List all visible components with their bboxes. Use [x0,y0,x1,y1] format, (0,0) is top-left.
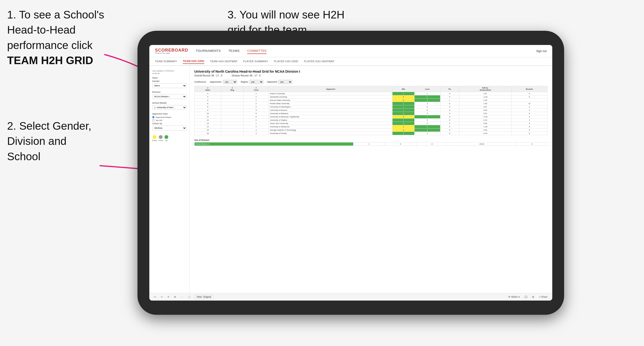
filter-group-conf: Conference [194,81,206,83]
ood-loss: 0 [385,143,416,146]
annotation-step1-text: 1. To see a School's Head-to-Head perfor… [7,8,104,66]
cell-diff: 1.83 [459,102,511,105]
nav-teams[interactable]: TEAMS [228,48,240,54]
data-area: University of North Carolina Head-to-Hea… [190,66,552,293]
school-select[interactable]: 1. University of Nort... [152,105,186,110]
sign-out-button[interactable]: Sign out [536,49,546,53]
cell-opponent: Vanderbilt University [269,95,392,99]
col-diff: Diff AvStrokes/Rnd [459,86,511,92]
table-row: 10 5 University of Alabama 3 0 0 2.61 8 [194,112,548,115]
opponents-filter-select[interactable]: (All) [223,80,237,84]
zoom-button[interactable]: ⊕ [173,295,177,299]
watch-button[interactable]: 👁 Watch ▾ [507,295,521,299]
cell-conf: 1 [244,92,269,95]
cell-rounds: 9 [511,129,547,132]
team-label: Team [152,77,186,79]
colour-by-select[interactable]: Win/loss [152,126,186,130]
cell-rank: 8 [194,105,221,109]
cell-win: 0 [392,115,414,119]
out-of-division-table: NCAA Division II 1 0 0 26.00 3 [194,142,548,146]
cell-opponent: Georgia Institute of Technology [269,129,392,132]
cell-diff: 5.56 [459,122,511,125]
cell-rounds: 3 [511,119,547,122]
cell-rank: 4 [194,99,221,102]
cell-rank: 15 [194,129,221,132]
cell-win: 1 [392,119,414,122]
app-logo: SCOREBOARD Powered by clippi [155,48,188,54]
cell-diff: 4.50 [459,129,511,132]
cell-rounds: 3 [511,115,547,119]
colour-legend: Down Level Up [152,135,186,142]
cell-rank: 13 [194,122,221,125]
opponent-filter-select[interactable]: (All) [278,80,292,84]
h2h-table: #Rank #Reg #Conf Opponent Win Loss Tie D… [194,86,548,135]
cell-conf: 1 [244,122,269,125]
filter-row: Conference Opponents: (All) Region (All) [194,80,548,84]
cell-reg [221,99,244,102]
sub-nav-team-h2h-grid[interactable]: TEAM H2H GRID [183,59,204,64]
cell-reg [221,112,244,115]
cell-reg [221,115,244,119]
cell-opponent: University of Arkansas, Fayetteville [269,115,392,119]
cell-opponent: University of Alabama [269,112,392,115]
radio-opponents-played[interactable]: Opponents Played [152,116,186,118]
cell-rounds: 8 [511,95,547,99]
tablet-frame: SCOREBOARD Powered by clippi TOURNAMENTS… [138,31,564,315]
gender-select[interactable]: Men's [152,83,186,88]
redo-button[interactable]: ↪ [160,295,164,299]
annotation-step1: 1. To see a School's Head-to-Head perfor… [7,7,112,68]
share-button[interactable]: ↗ Share [538,295,548,299]
division-select[interactable]: NCAA Division I [152,94,186,99]
cell-rank: 16 [194,132,221,135]
cell-reg [221,92,244,95]
cell-conf: 6 [244,115,269,119]
sub-nav-team-summary[interactable]: TEAM SUMMARY [155,59,177,64]
cell-conf: 1 [244,99,269,102]
cell-diff: -2.29 [459,95,511,99]
sub-nav-player-summary[interactable]: PLAYER SUMMARY [243,59,268,64]
sub-nav-player-h2h-heatmap[interactable]: PLAYER H2H HEATMAP [304,59,334,64]
cell-tie: 0 [440,132,459,135]
col-opponent: Opponent [269,86,392,92]
cell-loss: 0 [414,119,440,122]
region-filter-label: Region [241,81,248,83]
cell-conf: 3 [244,132,269,135]
nav-items: TOURNAMENTS TEAMS COMMITTEE [196,48,536,54]
tablet-screen: SCOREBOARD Powered by clippi TOURNAMENTS… [149,45,552,301]
sub-nav-player-h2h-grid[interactable]: PLAYER H2H GRID [274,59,298,64]
cell-conf: 2 [244,102,269,105]
cell-rounds: 9 [511,125,547,129]
sub-nav-team-h2h-heatmap[interactable]: TEAM H2H HEATMAP [210,59,238,64]
cell-loss: 1 [414,132,440,135]
cell-rank: 6 [194,102,221,105]
comment-button[interactable]: 💬 [524,295,528,299]
cell-win: 1 [392,105,414,109]
cell-tie: 0 [440,102,459,105]
cell-loss: 1 [414,92,440,95]
layout-button[interactable]: ⊞ [531,295,535,299]
cell-tie: 0 [440,129,459,132]
sub-navbar: TEAM SUMMARY TEAM H2H GRID TEAM H2H HEAT… [149,57,552,66]
more-button[interactable]: ⋯ [180,295,184,299]
col-reg: #Reg [221,86,244,92]
app-navbar: SCOREBOARD Powered by clippi TOURNAMENTS… [149,45,552,57]
nav-tournaments[interactable]: TOURNAMENTS [196,48,221,54]
region-filter-select[interactable]: (All) [249,80,263,84]
undo-button[interactable]: ↩ [153,295,157,299]
nav-committee[interactable]: COMMITTEE [247,48,267,54]
cell-win: 0 [392,95,414,99]
cell-reg [221,129,244,132]
view-label[interactable]: View: Original [194,295,213,299]
cell-tie: 0 [440,92,459,95]
cell-diff: 2.61 [459,112,511,115]
cell-rank: 12 [194,119,221,122]
cell-diff: 3.67 [459,105,511,109]
main-content: Last Updated: 27/03/2024 16:55:38 Team G… [149,66,552,293]
radio-top100[interactable]: Top 100 [152,119,186,121]
filter-group-region: Region (All) [241,80,263,84]
cell-opponent: University of Virginia [269,119,392,122]
refresh-button[interactable]: ↺ [166,295,170,299]
col-loss: Loss [414,86,440,92]
cell-reg [221,109,244,112]
col-rank: #Rank [194,86,221,92]
